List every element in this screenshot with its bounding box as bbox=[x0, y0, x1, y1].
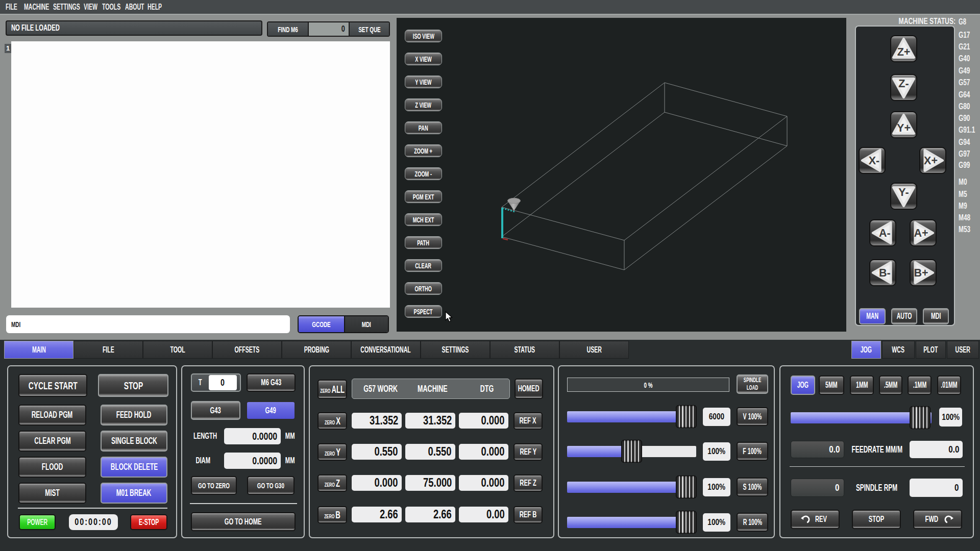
svg-text:A-: A- bbox=[879, 227, 891, 239]
svg-text:Y-: Y- bbox=[898, 186, 909, 198]
svg-text:B+: B+ bbox=[914, 266, 928, 279]
svg-text:X+: X+ bbox=[924, 154, 938, 167]
svg-text:A+: A+ bbox=[914, 227, 928, 239]
svg-text:B-: B- bbox=[879, 266, 891, 279]
svg-text:Z+: Z+ bbox=[897, 45, 911, 58]
svg-text:X-: X- bbox=[869, 154, 880, 167]
svg-text:Y+: Y+ bbox=[897, 121, 911, 134]
svg-text:Z-: Z- bbox=[898, 77, 909, 90]
